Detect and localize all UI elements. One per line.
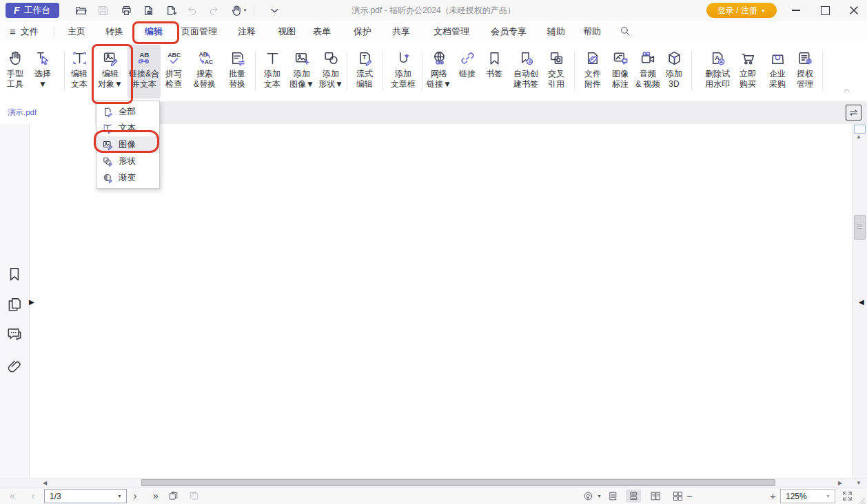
menu-view[interactable]: 视图 — [278, 21, 296, 42]
menu-search-button[interactable] — [619, 25, 633, 39]
tool-license-manage[interactable]: 授权 管理 — [790, 45, 820, 98]
expand-right-panel-handle[interactable]: ◀ — [859, 299, 864, 306]
tool-edit-object[interactable]: 编辑 对象▼ — [94, 45, 126, 98]
tool-remove-trial-watermark[interactable]: 删除试 用水印 — [700, 45, 735, 98]
menu-convert[interactable]: 转换 — [105, 21, 123, 42]
tool-file-attachment[interactable]: 文件 附件 — [578, 45, 608, 98]
page-dropdown-caret[interactable]: ▼ — [117, 494, 126, 498]
tool-add-text[interactable]: 添加 文本 — [258, 45, 287, 98]
page-thumbnails-button[interactable] — [6, 295, 23, 313]
menu-form[interactable]: 表单 — [313, 21, 331, 42]
tool-search-replace[interactable]: 搜索 &替换 — [189, 45, 221, 98]
facing-continuous-view-button[interactable] — [670, 490, 685, 503]
print-button[interactable] — [118, 3, 134, 18]
tool-cross-reference[interactable]: 交叉 引用 — [541, 45, 571, 98]
attachments-panel-button[interactable] — [6, 357, 23, 375]
tool-hand-tool[interactable]: 手型 工具 — [0, 45, 30, 98]
menu-item-label: 形状 — [119, 156, 136, 167]
horizontal-scrollbar[interactable]: ◀ ▶ ▼ — [0, 478, 867, 487]
single-page-view-button[interactable] — [605, 490, 620, 503]
tool-label: 编辑 对象▼ — [98, 69, 123, 90]
page-number-input[interactable]: 1/3 ▼ — [44, 489, 127, 503]
menu-edit-all[interactable]: 全部 — [96, 103, 159, 120]
next-view-button[interactable] — [186, 490, 201, 503]
tool-web-link[interactable]: 网络 链接▼ — [424, 45, 454, 98]
menu-edit[interactable]: 编辑 — [145, 21, 163, 42]
tool-bookmark[interactable]: 书签 — [482, 45, 506, 98]
tool-link-merge-text[interactable]: 链接&合 并文本 — [127, 45, 161, 98]
undo-button[interactable] — [183, 3, 200, 18]
previous-view-button[interactable] — [165, 490, 181, 503]
next-page-button[interactable]: › — [134, 487, 137, 504]
switch-document-button[interactable] — [846, 105, 861, 120]
menu-comment[interactable]: 注释 — [238, 21, 256, 42]
tool-label: 交叉 引用 — [548, 69, 564, 90]
export-page-button[interactable] — [140, 3, 156, 18]
tab-document[interactable]: 演示.pdf — [0, 101, 95, 124]
menu-doc-manage[interactable]: 文档管理 — [434, 21, 469, 42]
menu-share[interactable]: 共享 — [392, 21, 410, 42]
close-button[interactable] — [842, 0, 866, 21]
view-rotate-caret[interactable]: ▼ — [597, 487, 602, 504]
continuous-view-button[interactable] — [626, 490, 641, 503]
tool-link[interactable]: 链接 — [456, 45, 479, 98]
last-page-button[interactable]: » — [153, 487, 159, 504]
tool-add-article-box[interactable]: 添加 文章框 — [386, 45, 420, 98]
tool-flow-edit[interactable]: 流式 编辑 — [350, 45, 379, 98]
scroll-down-arrow[interactable]: ▼ — [856, 479, 861, 487]
new-page-button[interactable] — [163, 3, 179, 18]
zoom-dropdown-caret[interactable]: ▼ — [826, 494, 835, 498]
zoom-level-input[interactable]: 125% ▼ — [780, 489, 835, 503]
login-register-button[interactable]: 登录 / 注册 ▼ — [706, 3, 777, 18]
redo-button[interactable] — [205, 3, 222, 18]
tool-add-shape[interactable]: 添加 形状▼ — [316, 45, 346, 98]
zoom-in-button[interactable]: + — [770, 487, 776, 504]
tool-image-annotation[interactable]: 图像 标注 — [605, 45, 635, 98]
window-resize-grip[interactable] — [858, 495, 866, 503]
menu-help[interactable]: 帮助 — [583, 21, 601, 42]
view-rotate-button[interactable] — [580, 490, 595, 503]
horizontal-scroll-thumb[interactable] — [141, 479, 775, 486]
menu-edit-shape[interactable]: 形状 — [96, 153, 159, 169]
scroll-right-arrow[interactable]: ▶ — [838, 479, 842, 487]
save-button[interactable] — [94, 3, 111, 18]
open-file-button[interactable] — [72, 3, 89, 18]
tool-buy-now[interactable]: 立即 购买 — [733, 45, 763, 98]
menu-protect[interactable]: 保护 — [354, 21, 371, 42]
tool-spell-check[interactable]: 拼写 检查 — [159, 45, 188, 98]
bookmarks-panel-button[interactable] — [6, 265, 23, 283]
vertical-scroll-thumb[interactable] — [854, 215, 866, 240]
tool-add-image[interactable]: 添加 图像▼ — [287, 45, 317, 98]
hand-mode-button[interactable]: ▼ — [227, 3, 249, 18]
menu-edit-image[interactable]: 图像 — [96, 136, 159, 153]
maximize-button[interactable] — [813, 0, 837, 21]
menu-page-manage[interactable]: 页面管理 — [181, 21, 217, 42]
menu-edit-text[interactable]: 文本 — [96, 120, 159, 136]
menu-edit-gradient[interactable]: 渐变 — [96, 169, 159, 186]
tool-select[interactable]: 选择 ▼ — [28, 45, 58, 98]
menu-member[interactable]: 会员专享 — [491, 21, 527, 42]
facing-view-button[interactable] — [648, 490, 663, 503]
expand-left-panel-handle[interactable]: ▶ — [29, 299, 34, 306]
workspace-button[interactable]: F 工作台 — [6, 3, 59, 18]
fullscreen-button[interactable] — [839, 490, 855, 503]
first-page-button[interactable]: « — [10, 487, 15, 504]
tool-auto-bookmark[interactable]: 自动创 建书签 — [509, 45, 542, 98]
menu-file[interactable]: ≡ 文件 — [10, 21, 39, 42]
zoom-out-button[interactable]: − — [686, 487, 693, 504]
split-view-handle[interactable] — [854, 125, 866, 134]
prev-page-button[interactable]: ‹ — [32, 487, 35, 504]
tool-enterprise-purchase[interactable]: 企业 采购 — [762, 45, 793, 98]
menu-home[interactable]: 主页 — [68, 21, 85, 42]
tool-add-3d[interactable]: 添加 3D — [659, 45, 689, 98]
scroll-left-arrow[interactable]: ◀ — [43, 479, 47, 487]
menu-assist[interactable]: 辅助 — [547, 21, 565, 42]
comments-panel-button[interactable] — [6, 325, 23, 343]
collapse-quickbar-button[interactable] — [266, 3, 283, 18]
toolbar-divider — [422, 51, 422, 91]
tool-batch-replace[interactable]: 批量 替换 — [222, 45, 252, 98]
tool-edit-text[interactable]: 编辑 文本 — [65, 45, 93, 98]
collapse-toolbar-button[interactable] — [842, 85, 852, 95]
minimize-button[interactable] — [784, 0, 808, 21]
scroll-up-arrow[interactable]: ▲ — [856, 134, 861, 140]
